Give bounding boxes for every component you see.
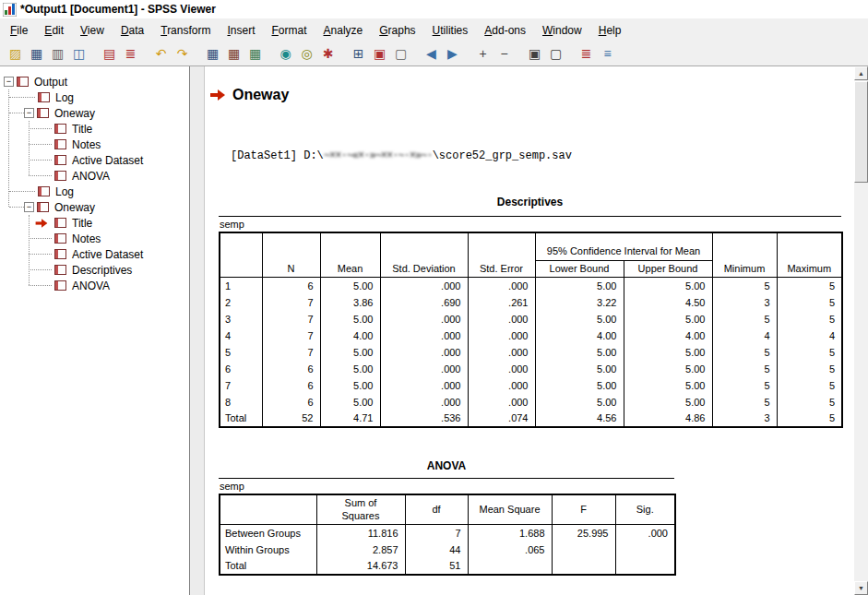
insert-title-icon[interactable]: ▣ [369,44,390,64]
row-label: Total [220,558,316,575]
notes-icon [54,139,66,149]
designate-window-icon[interactable]: ◎ [296,44,317,64]
table-row: 165.00.000.0005.005.0055 [220,278,842,294]
log-icon [38,92,50,102]
active-dataset-icon [54,155,66,165]
table-cell: .536 [380,411,468,427]
table-cell: 14.673 [316,558,405,575]
anova-caption: semp [219,478,674,494]
tree-item-output[interactable]: −Output [0,74,189,89]
row-label: Between Groups [220,525,316,541]
table-cell: 6 [262,377,320,394]
outline-expand-icon[interactable]: ≣ [576,44,597,64]
vertical-scrollbar[interactable]: ▲ ▼ [854,66,868,595]
column-header: Std. Deviation [380,232,468,278]
scrollbar-thumb[interactable] [854,81,868,183]
row-label: 5 [220,344,262,361]
tree-item-label: Title [70,123,94,136]
menu-format[interactable]: Format [264,21,315,40]
tree-connector [29,175,52,176]
table-cell: .000 [380,344,468,361]
redo-icon[interactable]: ↷ [172,44,193,64]
expand-item-icon[interactable]: + [472,44,493,64]
column-header: Mean Square [468,494,552,525]
table-cell: 1.688 [468,525,552,541]
outline-collapse-icon[interactable]: ≡ [597,44,618,64]
anova-table[interactable]: Sum of SquaresdfMean SquareFSig.Between … [219,494,676,576]
row-label: 4 [220,327,262,344]
tree-item-label: Log [54,185,76,198]
table-cell: 5 [777,394,842,411]
goto-data-icon[interactable]: ▦ [202,44,223,64]
menu-view[interactable]: View [72,21,113,40]
table-cell: 5 [777,377,842,394]
table-cell: 52 [262,411,320,427]
row-label: Total [220,411,262,427]
menu-file[interactable]: File [2,21,36,40]
print-icon[interactable]: ▥ [47,44,68,64]
save-file-icon[interactable]: ▦ [26,44,47,64]
hide-item-icon[interactable]: ▢ [545,44,566,64]
collapse-icon[interactable]: − [24,202,34,212]
tree-connector [9,191,35,192]
export-output-icon[interactable]: ▤ [99,44,120,64]
redacted-path: ~××·~«×·»~××·~·×»~· [324,149,433,162]
undo-icon[interactable]: ↶ [150,44,172,64]
insert-heading-icon[interactable]: ⊞ [348,44,369,64]
variables-icon[interactable]: ▦ [244,44,266,64]
open-file-icon[interactable]: ▨ [5,44,26,64]
menu-edit[interactable]: Edit [36,21,72,40]
promote-item-icon[interactable]: ◀ [421,44,442,64]
collapse-icon[interactable]: − [4,77,14,87]
tree-connector [9,97,35,98]
menu-transform[interactable]: Transform [152,21,219,40]
goto-case-icon[interactable]: ▦ [223,44,244,64]
menu-insert[interactable]: Insert [219,21,263,40]
output-icon [17,77,29,87]
select-last-output-icon[interactable]: ◉ [275,44,296,64]
table-cell: 4.50 [624,294,712,311]
oneway-icon [37,108,49,118]
table-cell: 4.00 [535,327,624,344]
column-header [220,494,316,525]
collapse-item-icon[interactable]: − [493,44,515,64]
table-cell: 5.00 [320,361,380,377]
table-cell: 5.00 [535,377,624,394]
column-header: df [405,494,468,525]
menu-add-ons[interactable]: Add-ons [476,21,534,40]
table-cell: 5.00 [320,394,380,411]
table-cell: .000 [380,361,468,377]
table-cell: 7 [262,294,320,311]
menu-analyze[interactable]: Analyze [315,21,372,40]
table-cell: 7 [262,311,320,327]
descriptives-title: Descriptives [219,196,841,208]
table-cell: 44 [405,541,468,558]
menu-data[interactable]: Data [113,21,152,40]
menu-window[interactable]: Window [534,21,590,40]
print-preview-icon[interactable]: ◫ [68,44,89,64]
tree-connector [9,207,24,208]
descriptives-caption: semp [219,216,841,232]
recall-dialog-icon[interactable]: ≣ [120,44,141,64]
insert-text-icon[interactable]: ▢ [390,44,411,64]
menu-graphs[interactable]: Graphs [371,21,423,40]
menu-utilities[interactable]: Utilities [424,21,477,40]
table-row: 665.00.000.0005.005.0055 [220,361,842,377]
scroll-up-icon[interactable]: ▲ [854,66,868,80]
tree-item-oneway[interactable]: −Oneway [0,105,189,121]
tree-item-log[interactable]: Log [0,184,189,199]
descriptives-table[interactable]: NMeanStd. DeviationStd. Error95% Confide… [219,232,843,428]
tree-item-log[interactable]: Log [0,89,189,105]
pane-splitter[interactable] [190,66,205,595]
tree-item-oneway[interactable]: −Oneway [0,199,189,215]
scroll-down-icon[interactable]: ▼ [854,581,868,595]
show-item-icon[interactable]: ▣ [524,44,545,64]
table-cell: 3.22 [535,294,624,311]
table-cell: 4.00 [320,327,380,344]
goto-output-icon[interactable]: ✱ [317,44,339,64]
menu-help[interactable]: Help [590,21,630,40]
anova-title: ANOVA [219,459,674,472]
collapse-icon[interactable]: − [24,108,34,118]
row-label: 7 [220,377,262,394]
demote-item-icon[interactable]: ▶ [442,44,463,64]
